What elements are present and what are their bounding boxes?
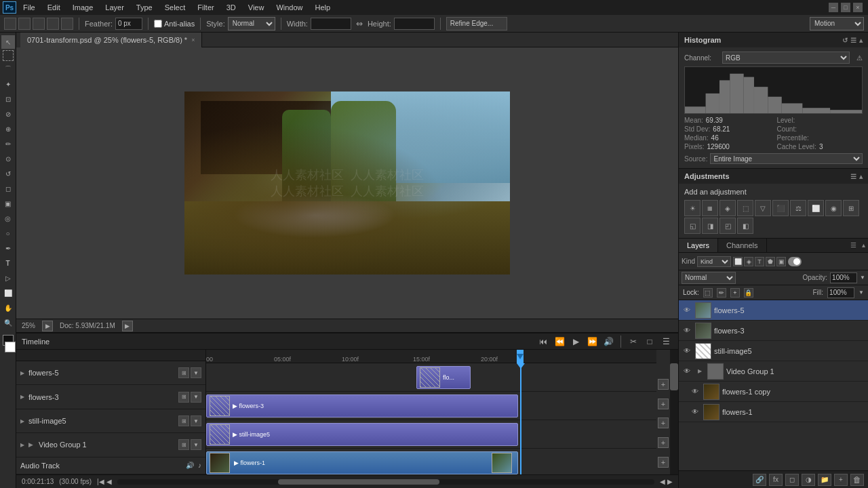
shape-tool[interactable]: ⬜ (1, 286, 15, 300)
new-layer-btn[interactable]: + (834, 474, 848, 486)
lasso-tool[interactable]: ⌒ (1, 62, 15, 76)
maximize-btn[interactable]: □ (841, 3, 850, 12)
add-audio-track[interactable]: + (658, 457, 669, 468)
adj-channel-icon[interactable]: ⊞ (843, 200, 859, 216)
delete-layer-btn[interactable]: 🗑 (850, 474, 864, 486)
clip-stillimage5[interactable]: ▶ still-image5 (206, 423, 518, 446)
lock-transparent-btn[interactable]: ⬚ (703, 288, 713, 298)
adj-threshold-icon[interactable]: ◰ (719, 218, 736, 234)
motion-select[interactable]: Motion (810, 17, 864, 30)
clip-videogroup1[interactable]: ▶ flowers-1 (206, 451, 518, 474)
adj-invert-icon[interactable]: ◱ (684, 218, 701, 234)
add-track-videogroup1[interactable]: + (658, 437, 669, 448)
pen-tool[interactable]: ✒ (1, 241, 15, 255)
layer-item-flowers5[interactable]: 👁 flowers-5 (679, 300, 868, 321)
layer-item-flowers3[interactable]: 👁 flowers-3 (679, 321, 868, 341)
channels-tab[interactable]: Channels (718, 239, 766, 252)
magic-wand-tool[interactable]: ✦ (1, 77, 15, 91)
adj-vibrance-icon[interactable]: ▽ (755, 200, 771, 216)
tool-option-5[interactable] (61, 18, 73, 30)
channel-select[interactable]: RGB (722, 52, 850, 64)
tl-play[interactable]: ▶ (569, 336, 583, 348)
menu-help[interactable]: Help (310, 2, 336, 13)
adjustments-menu-icon[interactable]: ☰ (850, 173, 856, 180)
path-select-tool[interactable]: ▷ (1, 271, 15, 285)
tool-option-2[interactable] (18, 18, 31, 30)
tl-menu[interactable]: ☰ (659, 336, 673, 348)
dodge-tool[interactable]: ○ (1, 226, 15, 240)
canvas-toggle-btn[interactable]: ▶ (42, 321, 53, 331)
adj-bw-icon[interactable]: ⬜ (808, 200, 824, 216)
add-track-flowers3[interactable]: + (658, 399, 669, 409)
menu-layer[interactable]: Layer (100, 2, 130, 13)
fill-input[interactable] (827, 287, 854, 298)
swap-dimensions-btn[interactable]: ⇔ (354, 18, 365, 29)
layer-item-videogroup1[interactable]: 👁 ▶ Video Group 1 (679, 361, 868, 382)
hand-tool[interactable]: ✋ (1, 301, 15, 314)
layer-vis-flowers3[interactable]: 👁 (682, 325, 692, 336)
opacity-input[interactable] (830, 272, 857, 283)
tl-nav-left[interactable]: ◀ (106, 478, 112, 485)
refine-edge-btn[interactable]: Refine Edge... (446, 17, 507, 30)
clone-tool[interactable]: ⊙ (1, 152, 15, 165)
tool-option-4[interactable] (47, 18, 59, 30)
adj-exposure-icon[interactable]: ⬚ (737, 200, 753, 216)
clip-flowers5[interactable]: flo... (416, 366, 471, 389)
menu-select[interactable]: Select (159, 2, 191, 13)
layer-vis-flowers1[interactable]: 👁 (690, 407, 701, 418)
timeline-vertical-scroll[interactable] (670, 350, 678, 474)
filter-adj-icon[interactable]: ◈ (744, 257, 753, 266)
audio-track-label[interactable]: Audio Track 🔊 ♪ (16, 458, 205, 474)
track-arrow-flowers3[interactable]: ▼ (191, 392, 201, 403)
menu-edit[interactable]: Edit (42, 2, 66, 13)
tl-audio[interactable]: 🔊 (601, 336, 615, 348)
histogram-warning-icon[interactable]: ⚠ (856, 54, 863, 62)
tl-nav-start[interactable]: |◀ (97, 478, 104, 485)
add-track-flowers5[interactable]: + (658, 379, 669, 390)
minimize-btn[interactable]: ─ (829, 3, 838, 12)
source-select[interactable]: Entire Image (710, 153, 863, 164)
add-mask-btn[interactable]: ◻ (785, 474, 799, 486)
filter-type-icon[interactable]: T (755, 257, 764, 266)
track-expand-stillimage5[interactable]: ▶ (20, 418, 24, 424)
close-btn[interactable]: × (853, 3, 863, 12)
gradient-tool[interactable]: ▣ (1, 197, 15, 210)
menu-3d[interactable]: 3D (221, 2, 241, 13)
canvas-viewport[interactable]: 人人素材社区 人人素材社区人人素材社区 人人素材社区 (16, 47, 678, 319)
track-label-flowers3[interactable]: ▶ flowers-3 ⊞ ▼ (16, 385, 205, 409)
track-arrow-stillimage5[interactable]: ▼ (191, 415, 201, 426)
track-grid-stillimage5[interactable]: ⊞ (178, 415, 189, 426)
document-tab[interactable]: 0701-transform.psd @ 25% (flowers-5, RGB… (20, 33, 202, 47)
layers-tab[interactable]: Layers (679, 239, 718, 252)
layer-vis-flowers5[interactable]: 👁 (682, 305, 692, 316)
track-expand-flowers3[interactable]: ▶ (20, 394, 24, 400)
tl-skip-start[interactable]: ⏮ (536, 336, 550, 348)
layers-panel-collapse[interactable]: ▴ (859, 239, 868, 252)
layer-vis-videogroup1[interactable]: 👁 (682, 366, 692, 377)
track-arrow-videogroup1[interactable]: ▼ (191, 439, 201, 450)
width-input[interactable] (311, 18, 351, 30)
new-group-btn[interactable]: 📁 (818, 474, 831, 486)
playhead-marker[interactable] (517, 350, 524, 363)
move-tool[interactable]: ↖ (1, 35, 15, 49)
track-label-stillimage5[interactable]: ▶ still-image5 ⊞ ▼ (16, 409, 205, 433)
adj-gradient-icon[interactable]: ◧ (737, 218, 753, 234)
add-style-btn[interactable]: fx (769, 474, 783, 486)
healing-tool[interactable]: ⊕ (1, 122, 15, 136)
audio-note-btn[interactable]: ♪ (198, 462, 201, 469)
track-grid-flowers5[interactable]: ⊞ (178, 367, 189, 378)
filter-shape-icon[interactable]: ⬟ (766, 257, 775, 266)
track-expand-flowers5[interactable]: ▶ (20, 370, 24, 376)
adj-posterize-icon[interactable]: ◨ (702, 218, 718, 234)
tl-zoom-in[interactable]: ▶ (667, 478, 673, 485)
lock-all-btn[interactable]: 🔒 (744, 288, 753, 298)
eyedropper-tool[interactable]: ⊘ (1, 107, 15, 121)
layer-vis-stillimage5[interactable]: 👁 (682, 346, 692, 357)
track-expand-videogroup1[interactable]: ▶ (20, 442, 24, 448)
adj-huesat-icon[interactable]: ⬛ (772, 200, 789, 216)
group-expand-icon[interactable]: ▶ (695, 367, 705, 376)
filter-pixel-icon[interactable]: ⬜ (733, 257, 743, 266)
adj-phfilter-icon[interactable]: ◉ (825, 200, 842, 216)
menu-type[interactable]: Type (131, 2, 158, 13)
tool-option-3[interactable] (33, 18, 45, 30)
